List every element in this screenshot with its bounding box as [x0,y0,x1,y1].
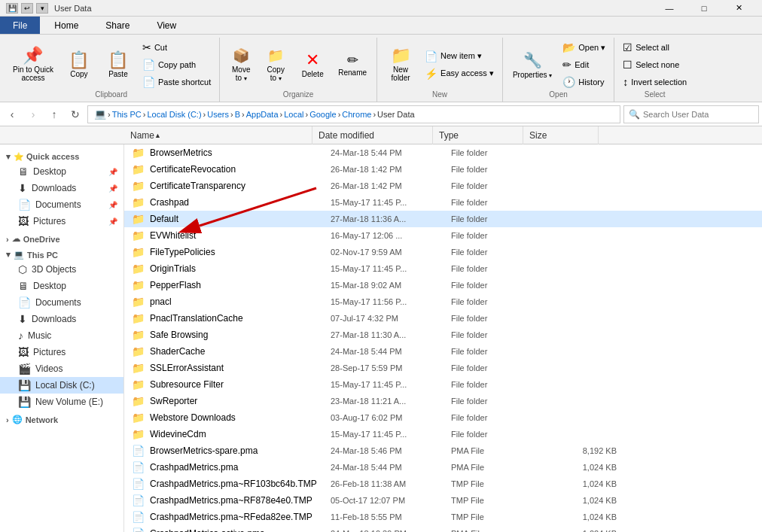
search-input[interactable] [643,110,754,119]
file-type: File folder [451,281,541,290]
file-item-subresourcefilter[interactable]: 📁 Subresource Filter 15-May-17 11:45 P..… [124,376,762,393]
file-item-crashpadmetricsrf103[interactable]: 📄 CrashpadMetrics.pma~RF103bc64b.TMP 26-… [124,476,762,492]
sidebar-item-newvolume[interactable]: 💾 New Volume (E:) [0,394,123,410]
title-icon-2[interactable]: ↩ [21,3,33,14]
copy-button[interactable]: 📋 Copy [60,42,98,87]
file-item-crashpadmetricsrfeda[interactable]: 📄 CrashpadMetrics.pma~RFeda82ee.TMP 11-F… [124,509,762,525]
pasteshortcut-button[interactable]: 📄 Paste shortcut [139,74,215,90]
newfolder-icon: 📁 [391,47,411,64]
file-item-filetypepolicies[interactable]: 📁 FileTypePolicies 02-Nov-17 9:59 AM Fil… [124,244,762,260]
newitem-button[interactable]: 📄 New item ▾ [421,48,498,65]
edit-button[interactable]: ✏ Edit [559,56,609,73]
file-item-origintrials[interactable]: 📁 OriginTrials 15-May-17 11:45 P... File… [124,260,762,277]
delete-button[interactable]: ✕ Delete [294,42,331,87]
invertsel-button[interactable]: ↕ Invert selection [619,74,690,90]
desktop-pc-label: Desktop [33,281,66,291]
select-label: Select [645,90,666,100]
col-header-size[interactable]: Size [523,126,599,144]
network-section[interactable]: › 🌐 Network [0,410,123,426]
onedrive-section[interactable]: › ☁ OneDrive [0,230,123,245]
file-item-webstoredownloads[interactable]: 📁 Webstore Downloads 03-Aug-17 6:02 PM F… [124,409,762,426]
sidebar-item-pictures-pc[interactable]: 🖼 Pictures [0,344,123,360]
selectall-button[interactable]: ☑ Select all [619,39,690,56]
file-item-sslerrorassistant[interactable]: 📁 SSLErrorAssistant 28-Sep-17 5:59 PM Fi… [124,360,762,376]
file-name: BrowserMetrics [150,147,331,158]
sidebar-item-music[interactable]: ♪ Music [0,327,123,344]
title-icon-3[interactable]: ▾ [36,3,48,14]
cut-button[interactable]: ✂ Cut [139,39,215,56]
title-icon-1[interactable]: 💾 [6,3,18,14]
sidebar-item-3dobjects[interactable]: ⬡ 3D Objects [0,261,123,278]
easyaccess-button[interactable]: ⚡ Easy access ▾ [421,65,498,82]
file-item-certificaterevocation[interactable]: 📁 CertificateRevocation 26-Mar-18 1:42 P… [124,161,762,178]
col-header-date[interactable]: Date modified [312,126,433,144]
file-item-pnacl[interactable]: 📁 pnacl 15-May-17 11:56 P... File folder [124,293,762,310]
sidebar-item-localdisk[interactable]: 💾 Local Disk (C:) [0,377,123,394]
sidebar-item-downloads-qa[interactable]: ⬇ Downloads 📌 [0,180,123,196]
file-item-certificatetransparency[interactable]: 📁 CertificateTransparency 26-Mar-18 1:42… [124,178,762,194]
refresh-button[interactable]: ↻ [66,105,84,123]
rename-button[interactable]: ✏ Rename [333,42,372,87]
sidebar-item-downloads-pc[interactable]: ⬇ Downloads [0,311,123,327]
history-button[interactable]: 🕐 History [559,74,609,90]
tab-view[interactable]: View [144,17,189,34]
minimize-button[interactable]: — [652,0,687,17]
file-item-pepperflash[interactable]: 📁 PepperFlash 15-Mar-18 9:02 AM File fol… [124,277,762,293]
history-icon: 🕐 [562,76,575,88]
sidebar-item-desktop-pc[interactable]: 🖥 Desktop [0,278,123,294]
pin-button[interactable]: 📌 Pin to Quickaccess [8,42,59,87]
copyto-button[interactable]: 📁 Copyto ▾ [259,42,292,87]
breadcrumb-1[interactable]: 💻 › This PC › Local Disk (C:) › Users › … [94,108,415,120]
file-date: 15-Mar-18 9:02 AM [331,281,451,290]
moveto-button[interactable]: 📦 Moveto ▾ [224,42,258,87]
copypath-button[interactable]: 📄 Copy path [139,56,215,73]
back-button[interactable]: ‹ [3,105,21,123]
address-box[interactable]: 💻 › This PC › Local Disk (C:) › Users › … [87,105,620,123]
file-item-shadercache[interactable]: 📁 ShaderCache 24-Mar-18 5:44 PM File fol… [124,343,762,360]
file-item-crashpadmetricsactive[interactable]: 📄 CrashpadMetrics-active.pma 24-Mar-18 1… [124,525,762,532]
file-type: TMP File [451,496,541,505]
col-header-name[interactable]: Name ▲ [124,126,312,144]
quick-access-section[interactable]: ▾ ⭐ Quick access [0,147,123,163]
file-item-browsermetrics[interactable]: 📁 BrowserMetrics 24-Mar-18 5:44 PM File … [124,144,762,161]
sidebar-item-desktop-qa[interactable]: 🖥 Desktop 📌 [0,163,123,180]
file-type: File folder [451,330,541,339]
search-box[interactable]: 🔍 [623,105,759,123]
tab-share[interactable]: Share [93,17,142,34]
maximize-button[interactable]: □ [687,0,721,17]
properties-button[interactable]: 🔧 Properties ▾ [507,42,557,87]
forward-button[interactable]: › [24,105,42,123]
sidebar-item-pictures-qa[interactable]: 🖼 Pictures 📌 [0,213,123,230]
search-icon: 🔍 [629,109,640,120]
thispc-section[interactable]: ▾ 💻 This PC [0,245,123,261]
close-button[interactable]: ✕ [721,0,756,17]
file-item-safebrowsing[interactable]: 📁 Safe Browsing 27-Mar-18 11:30 A... Fil… [124,327,762,343]
file-item-widevinecdm[interactable]: 📁 WidevineCdm 15-May-17 11:45 P... File … [124,426,762,442]
file-item-crashpadmetrics[interactable]: 📄 CrashpadMetrics.pma 24-Mar-18 5:44 PM … [124,459,762,476]
address-bar-area: ‹ › ↑ ↻ 💻 › This PC › Local Disk (C:) › … [0,102,762,126]
sidebar-item-documents-pc[interactable]: 📄 Documents [0,294,123,311]
file-item-evwhitelist[interactable]: 📁 EVWhitelist 16-May-17 12:06 ... File f… [124,227,762,244]
folder-icon: 📁 [132,147,145,159]
file-item-crashpad[interactable]: 📁 Crashpad 15-May-17 11:45 P... File fol… [124,194,762,211]
newfolder-button[interactable]: 📁 Newfolder [382,42,419,87]
paste-button[interactable]: 📋 Paste [99,42,137,87]
edit-icon: ✏ [562,59,572,71]
selectnone-button[interactable]: ☐ Select none [619,56,690,73]
col-header-type[interactable]: Type [433,126,523,144]
sidebar-item-documents-qa[interactable]: 📄 Documents 📌 [0,196,123,213]
up-button[interactable]: ↑ [45,105,63,123]
open-button[interactable]: 📂 Open ▾ [559,39,609,56]
file-item-browsermetricsspare[interactable]: 📄 BrowserMetrics-spare.pma 24-Mar-18 5:4… [124,442,762,459]
file-type: File folder [451,297,541,306]
file-name: Subresource Filter [150,379,331,390]
tab-home[interactable]: Home [41,17,91,34]
file-name: PnaclTranslationCache [150,313,331,324]
file-item-default[interactable]: 📁 Default 27-Mar-18 11:36 A... File fold… [124,211,762,227]
tab-file[interactable]: File [0,17,40,34]
file-item-swreporter[interactable]: 📁 SwReporter 23-Mar-18 11:21 A... File f… [124,393,762,409]
file-item-pnacltranslationcache[interactable]: 📁 PnaclTranslationCache 07-Jul-17 4:32 P… [124,310,762,327]
new-small-buttons: 📄 New item ▾ ⚡ Easy access ▾ [421,48,498,82]
file-item-crashpadmetricsrf878[interactable]: 📄 CrashpadMetrics.pma~RF878e4e0.TMP 05-O… [124,492,762,509]
sidebar-item-videos[interactable]: 🎬 Videos [0,360,123,377]
